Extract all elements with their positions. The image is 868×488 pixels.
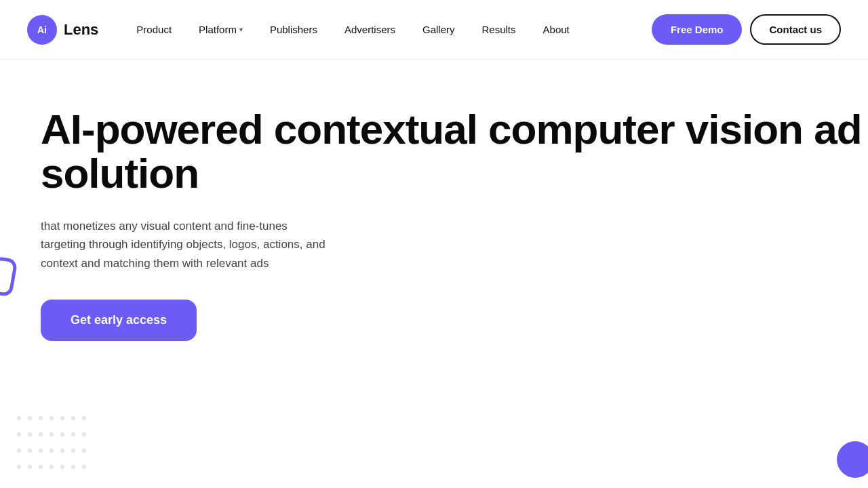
nav-right: Free Demo Contact us <box>652 14 841 45</box>
get-early-access-button[interactable]: Get early access <box>41 300 197 341</box>
hero-section: AI-powered contextual computer vision ad… <box>0 60 868 341</box>
contact-us-button[interactable]: Contact us <box>750 14 841 45</box>
nav-item-publishers[interactable]: Publishers <box>259 18 328 41</box>
nav-item-platform[interactable]: Platform ▾ <box>188 18 254 41</box>
logo-icon: Ai <box>27 15 57 45</box>
navbar: Ai Lens Product Platform ▾ Publishers Ad… <box>0 0 868 60</box>
nav-item-advertisers[interactable]: Advertisers <box>334 18 406 41</box>
nav-links: Product Platform ▾ Publishers Advertiser… <box>125 18 580 41</box>
hero-title: AI-powered contextual computer vision ad… <box>41 107 868 195</box>
nav-item-gallery[interactable]: Gallery <box>412 18 466 41</box>
decorative-circle-right <box>837 441 868 478</box>
nav-item-product[interactable]: Product <box>125 18 182 41</box>
nav-item-about[interactable]: About <box>532 18 580 41</box>
free-demo-button[interactable]: Free Demo <box>652 14 743 45</box>
hero-subtitle: that monetizes any visual content and fi… <box>41 217 326 272</box>
logo[interactable]: Ai Lens <box>27 15 98 45</box>
logo-text: Lens <box>64 21 98 39</box>
decorative-dots <box>17 416 86 474</box>
page-wrapper: Ai Lens Product Platform ▾ Publishers Ad… <box>0 0 868 488</box>
nav-left: Ai Lens Product Platform ▾ Publishers Ad… <box>27 15 580 45</box>
nav-item-results[interactable]: Results <box>471 18 527 41</box>
chevron-down-icon: ▾ <box>239 26 243 33</box>
